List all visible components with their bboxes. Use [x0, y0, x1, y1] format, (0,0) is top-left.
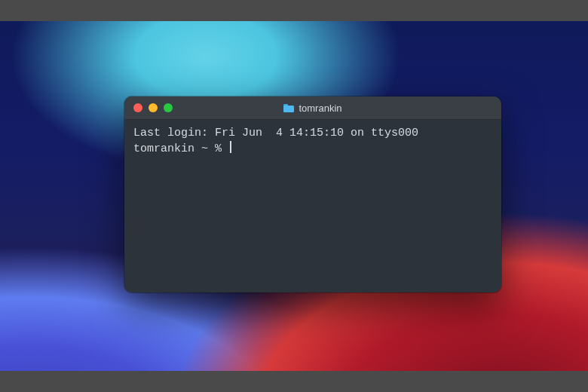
title-center: tomrankin	[124, 103, 501, 114]
last-login-line: Last login: Fri Jun 4 14:15:10 on ttys00…	[133, 127, 418, 139]
close-button[interactable]	[133, 103, 142, 112]
traffic-lights	[133, 103, 173, 112]
terminal-window[interactable]: tomrankin Last login: Fri Jun 4 14:15:10…	[124, 96, 501, 292]
minimize-button[interactable]	[149, 103, 158, 112]
folder-icon	[283, 104, 294, 112]
viewport: tomrankin Last login: Fri Jun 4 14:15:10…	[0, 0, 588, 392]
letterbox-bottom	[0, 371, 588, 392]
shell-prompt: tomrankin ~ %	[133, 142, 228, 155]
letterbox-top	[0, 0, 588, 21]
text-cursor-icon	[230, 141, 231, 153]
window-title: tomrankin	[299, 103, 341, 114]
zoom-button[interactable]	[164, 103, 173, 112]
titlebar[interactable]: tomrankin	[124, 96, 501, 120]
terminal-body[interactable]: Last login: Fri Jun 4 14:15:10 on ttys00…	[124, 120, 501, 292]
desktop-wallpaper[interactable]: tomrankin Last login: Fri Jun 4 14:15:10…	[0, 21, 588, 371]
